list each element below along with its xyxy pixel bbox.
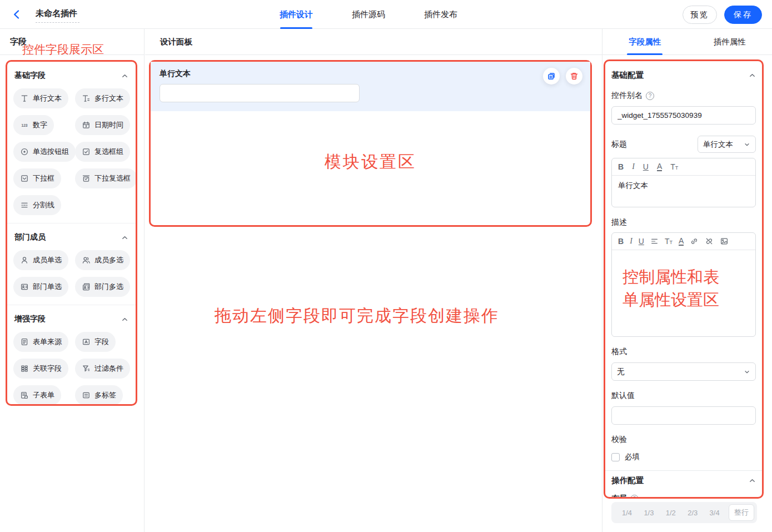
field-item[interactable]: 表单来源	[13, 332, 68, 352]
collapse-section-button[interactable]	[121, 233, 128, 241]
field-item[interactable]: 成员单选	[13, 250, 68, 270]
delete-widget-button[interactable]	[566, 68, 582, 84]
layout-option-2-3[interactable]: 2/3	[685, 509, 700, 517]
collapse-action-config-button[interactable]	[748, 477, 756, 485]
widget-text-input[interactable]	[160, 84, 360, 102]
desc-editor-content[interactable]: 控制属性和表单属性设置区	[612, 250, 755, 336]
dept-single-icon	[20, 282, 29, 291]
multi-tag-icon	[82, 391, 91, 400]
field-item[interactable]: 部门单选	[13, 277, 68, 297]
alias-help-icon[interactable]: ?	[646, 92, 654, 100]
annotation-box-module: 单行文本 模块设置区	[149, 60, 592, 227]
datetime-icon	[82, 121, 91, 130]
field-item[interactable]: 关联字段	[13, 359, 68, 379]
underline-icon[interactable]: U	[639, 237, 644, 246]
field-item[interactable]: 字段	[75, 332, 116, 352]
field-item-label: 复选框组	[94, 147, 123, 157]
font-color-icon[interactable]: A	[657, 163, 662, 171]
inspector-tab-1[interactable]: 插件属性	[688, 29, 772, 55]
field-item[interactable]: 单选按钮组	[13, 142, 76, 162]
field-item-label: 单选按钮组	[33, 147, 69, 157]
layout-option-1-3[interactable]: 1/3	[641, 509, 656, 517]
format-select[interactable]: 无	[611, 362, 756, 381]
field-item-label: 子表单	[33, 390, 54, 400]
section-divider	[605, 470, 762, 471]
sidebar-sections: 基础字段单行文本多行文本123数字日期时间单选按钮组复选框组下拉框下拉复选框分割…	[7, 62, 136, 406]
bold-icon[interactable]: B	[618, 237, 624, 246]
title-type-select[interactable]: 单行文本	[698, 136, 756, 153]
alias-input[interactable]	[611, 106, 756, 125]
field-item[interactable]: 日期时间	[75, 115, 130, 135]
plugin-title[interactable]: 未命名插件	[36, 8, 79, 23]
multi-line-text-icon	[82, 94, 91, 103]
collapse-section-button[interactable]	[121, 72, 128, 79]
inspector-tab-0[interactable]: 字段属性	[602, 29, 688, 55]
required-checkbox[interactable]	[611, 453, 620, 461]
annotation-box-fields: 基础字段单行文本多行文本123数字日期时间单选按钮组复选框组下拉框下拉复选框分割…	[6, 60, 137, 406]
field-item[interactable]: 下拉复选框	[75, 168, 137, 188]
italic-icon[interactable]: I	[632, 162, 635, 171]
layout-option-1-4[interactable]: 1/4	[619, 509, 635, 517]
image-icon[interactable]	[720, 237, 729, 246]
sidebar-section-title: 增强字段	[14, 314, 46, 324]
action-config-title: 操作配置	[611, 475, 644, 486]
selected-widget[interactable]: 单行文本	[151, 62, 590, 111]
layout-option-3-4[interactable]: 3/4	[707, 509, 723, 517]
back-button[interactable]	[10, 8, 23, 21]
sidebar-section-header: 增强字段	[13, 312, 130, 325]
align-left-icon[interactable]	[650, 237, 659, 246]
italic-icon[interactable]: I	[630, 237, 632, 246]
field-item-label: 多行文本	[94, 93, 123, 103]
desc-label-row: 描述	[611, 217, 756, 227]
subform-icon	[20, 391, 29, 400]
bold-icon[interactable]: B	[618, 162, 624, 171]
unlink-icon[interactable]	[705, 237, 714, 246]
topbar: 未命名插件 插件设计插件源码插件发布 预览 保存	[0, 0, 772, 29]
collapse-section-button[interactable]	[121, 315, 128, 323]
filter-icon	[82, 364, 91, 373]
field-item[interactable]: 多行文本	[75, 88, 130, 108]
font-color-icon[interactable]: A	[679, 237, 684, 246]
layout-option-整行[interactable]: 整行	[729, 504, 754, 521]
save-button[interactable]: 保存	[724, 6, 762, 24]
preview-button[interactable]: 预览	[683, 6, 717, 24]
field-item[interactable]: 123数字	[13, 115, 54, 135]
field-item[interactable]: 成员多选	[75, 250, 130, 270]
topbar-tab-2[interactable]: 插件发布	[424, 0, 457, 29]
related-field-icon	[20, 364, 29, 373]
field-item-label: 下拉框	[33, 173, 54, 183]
copy-widget-button[interactable]	[543, 68, 560, 84]
topbar-tab-1[interactable]: 插件源码	[352, 0, 385, 29]
format-value: 无	[617, 367, 625, 377]
topbar-tab-0[interactable]: 插件设计	[280, 0, 313, 29]
annotation-module-area: 模块设置区	[151, 151, 590, 173]
default-value-input[interactable]	[611, 406, 756, 425]
underline-icon[interactable]: U	[643, 162, 649, 171]
layout-help-icon[interactable]: ?	[630, 495, 639, 499]
field-item-label: 数字	[33, 120, 47, 130]
title-label: 标题	[611, 140, 627, 150]
field-item[interactable]: 复选框组	[75, 142, 130, 162]
field-item[interactable]: 多标签	[75, 385, 123, 405]
field-item[interactable]: 部门多选	[75, 277, 130, 297]
font-size-icon[interactable]: TT	[665, 237, 673, 246]
widget-actions	[543, 68, 582, 84]
title-editor-toolbar: BIUATT	[612, 158, 755, 176]
field-item[interactable]: 过滤条件	[75, 359, 130, 379]
field-item[interactable]: 单行文本	[13, 88, 68, 108]
action-config-section: 操作配置	[611, 475, 756, 486]
layout-options: 1/41/31/22/33/4整行	[611, 502, 757, 523]
link-icon[interactable]	[690, 237, 699, 246]
sidebar-section-title: 部门成员	[14, 232, 46, 242]
sidebar-section: 基础字段单行文本多行文本123数字日期时间单选按钮组复选框组下拉框下拉复选框分割…	[7, 62, 136, 223]
title-editor-content[interactable]: 单行文本	[612, 176, 755, 207]
checkbox-group-icon	[82, 147, 91, 156]
layout-label-row: 布局 ?	[611, 494, 756, 499]
layout-option-1-2[interactable]: 1/2	[663, 509, 679, 517]
format-label: 格式	[611, 347, 627, 357]
field-item[interactable]: 子表单	[13, 385, 61, 405]
font-size-icon[interactable]: TT	[670, 162, 678, 171]
field-item[interactable]: 下拉框	[13, 168, 61, 188]
collapse-basic-config-button[interactable]	[748, 72, 756, 79]
field-item[interactable]: 分割线	[13, 195, 61, 215]
